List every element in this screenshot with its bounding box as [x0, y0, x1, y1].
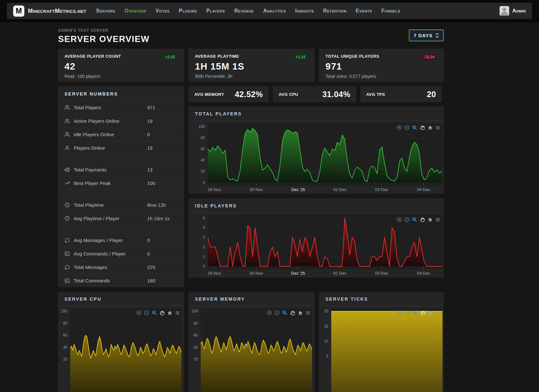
- brand-link[interactable]: M MinecraftMetrics.net: [13, 5, 86, 17]
- zoom-in-icon[interactable]: [136, 310, 141, 315]
- y-tick-label: 40: [63, 345, 67, 350]
- kpi-label: AVG TPS: [366, 92, 385, 97]
- reset-home-icon[interactable]: [427, 217, 433, 222]
- y-tick-label: 15: [324, 324, 328, 329]
- nav-item-servers[interactable]: Servers: [96, 8, 115, 14]
- stat-row-label: Idle Players Online: [74, 132, 147, 137]
- pan-hand-icon[interactable]: [290, 310, 295, 315]
- zoom-in-icon[interactable]: [397, 310, 402, 315]
- nav-item-players[interactable]: Players: [206, 8, 225, 14]
- stat-value: 42: [64, 61, 178, 72]
- nav-item-plugins[interactable]: Plugins: [179, 8, 197, 14]
- plot-area-server_memory[interactable]: [201, 308, 312, 392]
- pan-hand-icon[interactable]: [420, 217, 425, 222]
- reset-home-icon[interactable]: [428, 310, 433, 315]
- server-ticks-chart-card: SERVER TICKS 5101520: [319, 292, 444, 392]
- zoom-out-icon[interactable]: [404, 125, 409, 130]
- nav-item-votes[interactable]: Votes: [156, 8, 170, 14]
- stat-row-value: 19: [147, 145, 178, 151]
- nav-item-insights[interactable]: Insights: [295, 8, 314, 14]
- y-tick-label: 60: [63, 333, 67, 338]
- stat-label: TOTAL UNIQUE PLAYERS: [325, 54, 379, 59]
- payments-icon: $: [64, 167, 70, 172]
- menu-icon[interactable]: [436, 310, 441, 315]
- reset-home-icon[interactable]: [298, 310, 303, 315]
- plot-area-total_players[interactable]: [208, 123, 442, 186]
- box-zoom-icon[interactable]: [152, 310, 157, 315]
- stat-row-best-player-peak: Best Player Peak 100: [58, 176, 184, 190]
- chart-modebar: [136, 310, 180, 315]
- menu-icon[interactable]: [305, 310, 310, 315]
- box-zoom-icon[interactable]: [412, 125, 417, 130]
- nav-item-retention[interactable]: Retention: [323, 8, 347, 14]
- chart-title: SERVER CPU: [58, 292, 184, 306]
- reset-home-icon[interactable]: [427, 125, 433, 130]
- zoom-out-icon[interactable]: [144, 310, 149, 315]
- zoom-in-icon[interactable]: [267, 310, 272, 315]
- idle-players-chart-card: IDLE PLAYERS 012345: [189, 198, 444, 278]
- menu-icon[interactable]: [175, 310, 180, 315]
- stat-row-players-online: Players Online 19: [58, 141, 184, 154]
- user-menu[interactable]: Admin: [500, 6, 526, 16]
- nav-item-events[interactable]: Events: [356, 8, 372, 14]
- chart-modebar: [397, 125, 440, 130]
- date-range-selector[interactable]: 7 DAYS: [409, 29, 444, 41]
- y-axis: 012345: [189, 215, 208, 270]
- box-zoom-icon[interactable]: [413, 310, 418, 315]
- x-tick-label: 02 Dec: [333, 187, 346, 192]
- stat-row-total-payments: $ Total Payments 13: [58, 163, 184, 176]
- box-zoom-icon[interactable]: [282, 310, 287, 315]
- x-tick-label: Dec '25: [291, 271, 305, 276]
- y-axis: 20406080100: [58, 308, 70, 392]
- nav-item-analytics[interactable]: Analytics: [263, 8, 286, 14]
- chart-canvas: [331, 308, 442, 392]
- bottom-charts-row: SERVER CPU 20406080100: [58, 292, 444, 392]
- reset-home-icon[interactable]: [167, 310, 172, 315]
- chevron-up-down-icon: [435, 33, 439, 38]
- pan-hand-icon[interactable]: [420, 125, 425, 130]
- nav-links: ServersOverviewVotesPluginsPlayersRevenu…: [96, 8, 499, 14]
- stat-subtext: Peak: 100 players: [64, 74, 178, 79]
- box-zoom-icon[interactable]: [412, 217, 417, 222]
- plot-area-server_ticks[interactable]: [331, 308, 442, 392]
- y-axis: 020406080100: [189, 123, 208, 186]
- server-memory-chart-card: SERVER MEMORY 20406080100: [189, 292, 315, 392]
- plot-area-idle_players[interactable]: [208, 215, 442, 270]
- stat-subtext: Total Joins: 4,577 players: [325, 74, 437, 79]
- y-tick-label: 5: [203, 216, 205, 220]
- menu-icon[interactable]: [435, 125, 440, 130]
- nav-item-overview[interactable]: Overview: [124, 8, 146, 14]
- x-tick-label: 02 Dec: [333, 271, 346, 276]
- nav-strip: M MinecraftMetrics.net ServersOverviewVo…: [0, 0, 539, 22]
- x-tick-label: 04 Dec: [417, 187, 430, 192]
- stat-row-label: Players Online: [74, 145, 147, 151]
- zoom-in-icon[interactable]: [397, 125, 402, 130]
- server-numbers-list: Total Players 971 Active Players Online …: [58, 101, 184, 287]
- x-axis: 29 Nov30 NovDec '2502 Dec03 Dec04 Dec: [208, 186, 442, 194]
- pan-hand-icon[interactable]: [420, 310, 425, 315]
- y-tick-label: 10: [324, 339, 328, 344]
- y-tick-label: 4: [203, 225, 205, 230]
- zoom-out-icon[interactable]: [405, 310, 410, 315]
- y-tick-label: 60: [194, 333, 198, 338]
- stat-row-label: Avg Messages / Player: [74, 238, 147, 243]
- zoom-out-icon[interactable]: [274, 310, 280, 315]
- kpi-card-avg-tps: AVG TPS 20: [360, 86, 442, 102]
- y-tick-label: 40: [201, 158, 205, 163]
- users-icon: [64, 118, 70, 124]
- nav-item-revenue[interactable]: Revenue: [234, 8, 254, 14]
- nav-item-funnels[interactable]: Funnels: [381, 8, 400, 14]
- zoom-out-icon[interactable]: [404, 217, 409, 222]
- plot-area-server_cpu[interactable]: [70, 308, 181, 392]
- users-icon: [64, 132, 70, 137]
- server-numbers-card: SERVER NUMBERS Total Players 971 Active …: [58, 86, 184, 287]
- delta-badge: +2.15: [162, 54, 178, 60]
- zoom-in-icon[interactable]: [397, 217, 402, 222]
- x-tick-label: 30 Nov: [250, 187, 263, 192]
- date-range-value: 7 DAYS: [414, 33, 433, 38]
- stat-row-label: Active Players Online: [74, 118, 147, 124]
- stat-row-avg-commands-player: Avg Commands / Player 0: [58, 247, 184, 260]
- pan-hand-icon[interactable]: [159, 310, 164, 315]
- menu-icon[interactable]: [435, 217, 440, 222]
- stat-row-active-players-online: Active Players Online 19: [58, 114, 184, 128]
